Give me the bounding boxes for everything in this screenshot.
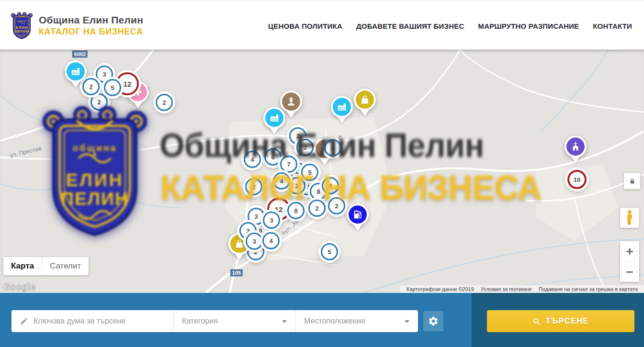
- cluster-marker[interactable]: 4: [262, 232, 280, 249]
- pencil-icon: [20, 317, 28, 325]
- search-button-panel: ТЪРСЕНЕ: [472, 293, 644, 347]
- cluster-marker[interactable]: 2: [245, 178, 262, 195]
- factory-pin-marker[interactable]: [65, 60, 87, 82]
- map-attribution: Картографски данни ©2019 Условия за полз…: [400, 285, 644, 293]
- map-type-map-button[interactable]: Карта: [3, 257, 42, 275]
- pegman-icon: [624, 210, 635, 226]
- advanced-search-button[interactable]: [423, 311, 443, 331]
- shield-small-text: община: [17, 20, 26, 22]
- factory-pin-marker[interactable]: [263, 107, 285, 129]
- worker-pin-marker[interactable]: [280, 90, 302, 112]
- search-bar-section: Категория Местоположение ТЪРСЕНЕ: [0, 293, 644, 347]
- cluster-marker[interactable]: 5: [104, 79, 121, 96]
- cluster-marker[interactable]: 5: [324, 139, 341, 157]
- cluster-marker[interactable]: 2: [288, 177, 305, 194]
- nav-route-schedule[interactable]: МАРШРУТНО РАЗПИСАНИЕ: [478, 22, 579, 30]
- cluster-marker[interactable]: 3: [296, 139, 314, 156]
- location-select-value: Местоположение: [304, 317, 365, 325]
- map-type-satellite-button[interactable]: Сателит: [42, 257, 89, 275]
- street-view-pegman-button[interactable]: [620, 208, 639, 228]
- cluster-marker[interactable]: 2: [156, 94, 173, 111]
- site-title: Община Елин Пелин: [39, 14, 143, 26]
- chevron-down-icon: [282, 320, 287, 323]
- church-icon: [566, 137, 585, 156]
- cluster-marker[interactable]: 2: [82, 78, 100, 95]
- google-logo[interactable]: Google: [3, 281, 35, 292]
- nav-add-your-business[interactable]: ДОБАВЕТЕ ВАШИЯТ БИЗНЕС: [356, 22, 464, 30]
- fuel-icon: [349, 205, 367, 224]
- category-select-value: Категория: [182, 317, 218, 325]
- municipality-coat-of-arms-logo[interactable]: община ЕЛИН ПЕЛИН: [11, 11, 33, 40]
- cluster-marker[interactable]: 5: [321, 243, 338, 260]
- cluster-marker[interactable]: 2: [308, 200, 326, 217]
- cluster-marker[interactable]: 10: [567, 170, 587, 189]
- cluster-marker[interactable]: 4: [322, 177, 339, 194]
- road-number-label: 6002: [72, 51, 88, 58]
- factory-pin-marker[interactable]: [331, 96, 353, 118]
- cluster-marker[interactable]: 7: [280, 156, 297, 173]
- worker-icon: [282, 92, 300, 111]
- location-select[interactable]: Местоположение: [295, 310, 418, 332]
- church-pin-marker[interactable]: [565, 135, 587, 157]
- search-button[interactable]: ТЪРСЕНЕ: [487, 310, 634, 332]
- shopping-bag-pin-marker[interactable]: [354, 89, 376, 111]
- shield-name-line1: ЕЛИН: [16, 25, 28, 30]
- zoom-out-button[interactable]: −: [620, 262, 639, 282]
- attribution-report-error-link[interactable]: Подаване на сигнал за грешка в картата: [535, 286, 641, 292]
- site-header: община ЕЛИН ПЕЛИН Община Елин Пелин КАТА…: [0, 0, 644, 50]
- cluster-marker[interactable]: 3: [246, 233, 263, 250]
- nav-contacts[interactable]: КОНТАКТИ: [593, 22, 632, 30]
- nav-pricing-policy[interactable]: ЦЕНОВА ПОЛИТИКА: [268, 22, 342, 30]
- cluster-marker[interactable]: 8: [287, 202, 305, 219]
- road-number-label: 105: [230, 269, 243, 277]
- attribution-copyright: Картографски данни ©2019: [403, 286, 477, 292]
- cluster-marker[interactable]: 5: [301, 164, 318, 181]
- zoom-control: + −: [620, 241, 639, 282]
- search-icon: [532, 317, 541, 325]
- main-nav: ЦЕНОВА ПОЛИТИКА ДОБАВЕТЕ ВАШИЯТ БИЗНЕС М…: [268, 1, 632, 51]
- cluster-marker[interactable]: 6: [264, 148, 282, 166]
- zoom-in-button[interactable]: +: [620, 241, 639, 261]
- attribution-terms-link[interactable]: Условия за ползване: [477, 286, 535, 292]
- map-type-control: Карта Сателит: [3, 257, 89, 275]
- cluster-marker[interactable]: 4: [244, 151, 261, 168]
- shopping-bag-icon: [356, 90, 374, 109]
- factory-icon: [333, 98, 351, 116]
- gear-icon: [428, 316, 439, 326]
- cluster-marker[interactable]: 2: [90, 93, 108, 111]
- cluster-marker[interactable]: 3: [263, 212, 280, 229]
- chevron-down-icon: [405, 320, 409, 323]
- category-select[interactable]: Категория: [173, 310, 295, 332]
- lock-button[interactable]: [624, 173, 640, 189]
- shield-name-line2: ПЕЛИН: [15, 29, 29, 34]
- map-canvas[interactable]: 3251222235647135427284128223338342510 60…: [0, 50, 644, 293]
- keyword-search-input[interactable]: [11, 310, 173, 332]
- search-fields-group: Категория Местоположение: [11, 310, 418, 332]
- factory-icon: [265, 109, 283, 127]
- cluster-marker[interactable]: 4: [273, 172, 290, 190]
- lock-icon: [629, 178, 636, 185]
- cluster-marker[interactable]: 2: [328, 197, 345, 214]
- fuel-pin-marker[interactable]: [347, 203, 369, 225]
- site-subtitle: КАТАЛОГ НА БИЗНЕСА: [39, 27, 143, 37]
- factory-icon: [67, 62, 85, 80]
